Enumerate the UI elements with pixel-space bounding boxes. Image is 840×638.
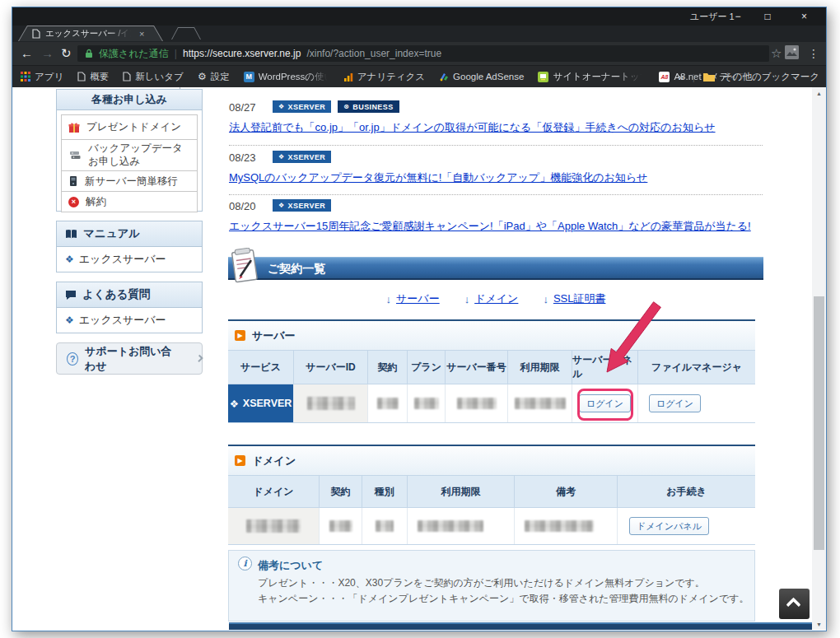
page-icon [123,72,131,81]
expiration-cell [408,508,515,544]
menu-icon[interactable]: ⋮ [808,44,819,63]
column-header: サーバーID [294,351,368,384]
plan-cell [408,384,446,422]
bookmark-adsense[interactable]: Google AdSense [439,72,524,81]
domain-panel-button[interactable]: ドメインパネル [629,517,709,535]
reload-icon[interactable]: ↻ [61,42,72,65]
file-manager-cell: ログイン [638,384,755,422]
minimize-button[interactable]: − [723,7,753,26]
maximize-button[interactable]: □ [753,7,782,26]
apps-grid-icon [21,72,30,81]
sidebar-manual-header: マニュアル [56,221,203,247]
url-path: /xinfo/?action_user_index=true [306,48,441,59]
xserver-diamond-icon: ❖ [65,254,74,265]
sidebar-item-backup[interactable]: バックアップデータお申し込み [62,140,197,171]
bookmark-label: サイトオーナートップページ [553,71,645,83]
scrollbar-down-icon[interactable]: ▼ [812,618,826,630]
address-bar[interactable]: 保護された通信 | https://secure.xserver.ne.jp/x… [77,45,769,62]
bookmark-label: 概要 [90,71,109,83]
news-link[interactable]: MySQLのバックアップデータ復元が無料に!「自動バックアップ」機能強化のお知ら… [229,170,647,185]
bookmark-label: アナリティクス [357,71,425,83]
question-circle-icon: ? [67,352,78,366]
lock-icon [85,49,93,58]
other-bookmarks-button[interactable]: その他のブックマーク [723,71,819,83]
domain-cell [228,508,320,544]
xserver-diamond-icon: ❖ [230,398,239,410]
action-cell: ドメインパネル [618,508,755,544]
sidebar-support-button[interactable]: ? サポートお問い合わせ [56,342,203,375]
news-badges: ❖XSERVER [273,199,331,212]
sidebar-item-cancel[interactable]: × 解約 [62,192,197,212]
expiration-cell [508,384,572,422]
contracts-title: ご契約一覧 [268,258,325,280]
browser-tab[interactable]: エックスサーバー /インフォパネ × [18,26,163,41]
redacted-value [329,520,352,532]
note-line: キャンペーン・・・「ドメインプレゼントキャンペーン」で取得・移管された管理費用無… [258,592,749,606]
chevron-up-icon [786,597,800,612]
orange-bullet-icon: ▶ [235,455,245,466]
sidebar-item-faq-xserver[interactable]: ❖ エックスサーバー [56,308,203,333]
column-header: 契約 [320,476,362,507]
contracts-jump-links: ↓サーバー ↓ドメイン ↓SSL証明書 [228,291,763,306]
tab-close-icon[interactable]: × [139,30,144,39]
scrollbar-thumb[interactable] [814,296,824,550]
sidebar-item-label: エックスサーバー [79,313,166,328]
note-title: 備考について [258,558,323,573]
jump-link-label: ドメイン [474,291,518,306]
bookmark-analytics[interactable]: アナリティクス [343,71,425,83]
bookmark-apps[interactable]: アプリ [21,71,63,83]
page-icon [77,72,86,81]
server-section-label: サーバー [252,328,296,343]
column-header: 備考 [515,476,618,507]
sidebar-manual-title: マニュアル [83,226,140,241]
url-separator: | [175,48,177,59]
back-icon[interactable]: ← [21,42,33,65]
redacted-value [414,398,439,409]
sidebar-apply-title: 各種お申し込み [91,92,167,107]
bookmark-new-tab[interactable]: 新しいタブ [123,71,184,83]
url-host: https://secure.xserver.ne.jp [183,48,301,59]
jump-link-label: サーバー [396,291,440,306]
sidebar-item-manual-xserver[interactable]: ❖ エックスサーバー [56,247,203,272]
bookmarks-bar: アプリ 概要 新しいタブ ⚙ 設定 M WordPressの使い方・ア アナリテ… [12,65,826,87]
jump-link-server[interactable]: ↓サーバー [386,291,440,306]
news-link[interactable]: 法人登記前でも「co.jp」「or.jp」ドメインの取得が可能になる「仮登録」手… [229,120,716,135]
domain-table: ▶ ドメイン ドメイン 契約 種別 利用期限 備考 お手続き ドメインパネル [228,445,755,545]
jump-link-ssl[interactable]: ↓SSL証明書 [543,291,605,306]
bookmarks-overflow-chevron[interactable]: » [679,71,684,83]
a8-icon: A8 [659,72,670,82]
bookmark-site-owner[interactable]: サイトオーナートップページ [538,71,645,83]
domain-section-label: ドメイン [252,454,296,468]
remarks-cell [515,508,618,544]
jump-link-domain[interactable]: ↓ドメイン [464,291,519,306]
folder-icon [703,72,715,81]
news-link[interactable]: エックスサーバー15周年記念ご愛顧感謝キャンペーン!「iPad」や「Apple … [229,219,751,234]
contract-cell [368,384,408,422]
book-icon [65,229,77,239]
bookmark-wordpress[interactable]: M WordPressの使い方・ア [244,71,329,83]
bookmark-star-icon[interactable]: ☆ [771,45,782,62]
orange-bullet-icon: ▶ [235,330,245,341]
sidebar-item-present-domain[interactable]: プレゼントドメイン [62,115,197,140]
profile-avatar[interactable] [785,45,799,59]
bookmark-overview[interactable]: 概要 [77,71,109,83]
column-header: 種別 [362,476,408,507]
cancel-icon: × [68,197,79,207]
file-manager-login-button[interactable]: ログイン [649,394,701,412]
forward-icon[interactable]: → [41,42,54,65]
news-separator [229,194,763,195]
close-button[interactable]: × [782,7,826,26]
bookmark-settings[interactable]: ⚙ 設定 [198,71,230,83]
annotation-highlight-ring [577,389,633,421]
sidebar-item-server-migration[interactable]: 新サーバー簡単移行 [62,171,197,192]
wordpress-icon: M [244,72,254,82]
sidebar-faq-title: よくある質問 [82,287,150,302]
redacted-value [525,520,594,532]
server-id-cell [294,384,368,422]
news-date: 08/23 [229,151,256,164]
server-table-row: ❖XSERVER ログイン ログイン [228,384,755,423]
scroll-to-top-button[interactable] [779,589,810,619]
column-header: ファイルマネージャ [638,351,755,384]
down-arrow-icon: ↓ [464,293,470,305]
scrollbar-up-icon[interactable]: ▲ [812,87,826,99]
